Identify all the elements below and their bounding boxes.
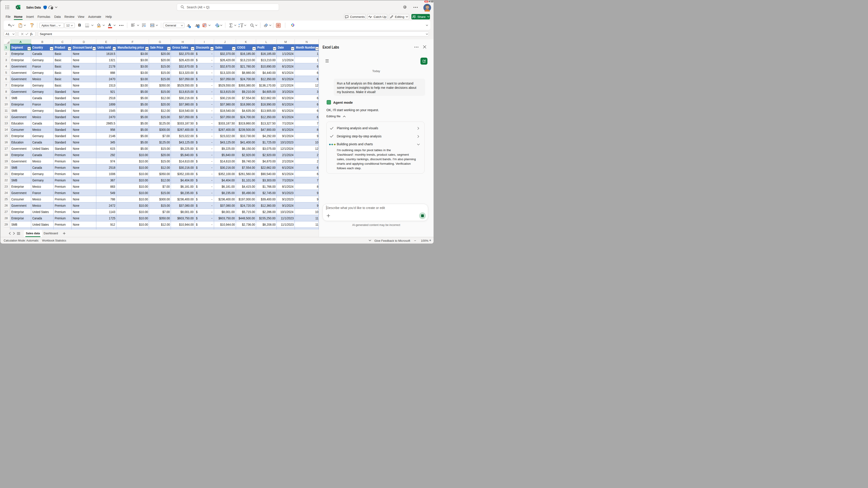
svg-text:Z: Z bbox=[239, 26, 240, 28]
svg-text:A: A bbox=[239, 23, 240, 25]
svg-text:X: X bbox=[17, 6, 18, 8]
